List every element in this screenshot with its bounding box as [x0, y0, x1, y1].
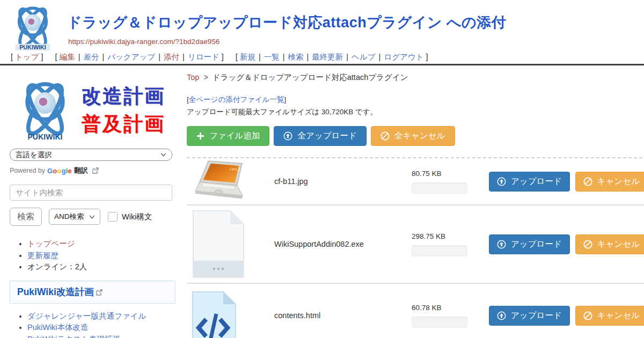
- list-item: PukiWiki本体改造: [27, 322, 179, 333]
- translate-label: 翻訳: [74, 166, 88, 175]
- nav-link-new[interactable]: 新規: [240, 53, 255, 61]
- powered-by-text: Powered by: [10, 167, 45, 174]
- file-name: contents.html: [274, 311, 412, 320]
- plus-icon: [196, 132, 204, 140]
- banner-fukyuu-text: 普及計画: [82, 110, 165, 138]
- nav-link-top[interactable]: トップ: [15, 53, 39, 61]
- breadcrumb-current: ドラッグ＆ドロップアップロード対応attachプラグイン: [213, 73, 408, 82]
- online-count: オンライン：2人: [27, 262, 87, 271]
- sidebar-link-core-mod[interactable]: PukiWiki本体改造: [27, 323, 89, 332]
- file-row: contents.html 60.78 KB アップロード: [187, 284, 644, 338]
- upload-button[interactable]: アップロード: [489, 172, 570, 192]
- nav-link-logout[interactable]: ログアウト: [384, 53, 423, 61]
- nav-link-reload[interactable]: リロード: [188, 53, 219, 61]
- page-title: ドラッグ＆ドロップアップロード対応attachプラグイン への添付: [67, 13, 506, 32]
- upload-all-button[interactable]: 全アップロード: [274, 126, 366, 146]
- bracket: [: [55, 53, 57, 61]
- cancel-button[interactable]: キャンセル: [575, 234, 644, 254]
- sidebar-banner[interactable]: PUKIWIKI 改造計画 普及計画: [10, 78, 177, 142]
- bracket: ]: [41, 53, 43, 61]
- code-file-icon: [192, 291, 236, 338]
- search-button[interactable]: 検索: [10, 208, 42, 226]
- page-url-link[interactable]: https://pukiwiki.dajya-ranger.com/?1bd2d…: [68, 38, 219, 46]
- sidebar-link-text-ext[interactable]: PukiWikiテキスト表現拡張: [27, 335, 120, 338]
- language-select[interactable]: 言語を選択: [10, 149, 172, 161]
- cancel-button[interactable]: キャンセル: [575, 306, 644, 326]
- google-logo: Google: [47, 167, 72, 175]
- site-search-input[interactable]: [10, 185, 172, 201]
- nav-link-attach[interactable]: 添付: [164, 53, 179, 61]
- breadcrumb-home-link[interactable]: Top: [187, 73, 199, 82]
- file-row: WikiSupportAddin082.exe 298.75 KB アップロード: [187, 205, 644, 284]
- wiki-syntax-label: Wiki構文: [122, 212, 152, 222]
- external-link-icon: [92, 167, 99, 174]
- chevron-down-icon: [89, 215, 95, 219]
- file-name: cf-b11.jpg: [274, 177, 412, 186]
- nav-link-search[interactable]: 検索: [288, 53, 303, 61]
- nav-link-edit[interactable]: 編集: [60, 53, 75, 61]
- svg-text:Let's 8: Let's 8: [230, 167, 240, 171]
- breadcrumb-separator: >: [203, 73, 208, 82]
- main-content: Top>ドラッグ＆ドロップアップロード対応attachプラグイン [全ページの添…: [179, 65, 644, 338]
- separator: |: [306, 53, 309, 61]
- upload-circle-icon: [497, 240, 506, 249]
- ban-icon: [380, 131, 390, 141]
- pukiwiki-logo: PUKIWIKI: [10, 78, 80, 142]
- upload-circle-icon: [283, 131, 292, 141]
- separator: |: [346, 53, 348, 61]
- separator: |: [78, 53, 80, 61]
- nav-link-list[interactable]: 一覧: [264, 53, 280, 61]
- upload-button[interactable]: アップロード: [489, 306, 570, 326]
- list-item: PukiWikiテキスト表現拡張: [27, 334, 179, 338]
- bracket: ]: [222, 53, 224, 61]
- nav-link-diff[interactable]: 差分: [83, 53, 99, 61]
- list-item: オンライン：2人: [27, 261, 179, 273]
- search-mode-value: AND検索: [54, 212, 84, 222]
- nav-link-help[interactable]: ヘルプ: [352, 53, 376, 61]
- bulk-actions: ファイル追加 全アップロード 全キャンセル: [187, 126, 644, 146]
- chevron-down-icon: [160, 153, 166, 157]
- ban-icon: [583, 311, 592, 320]
- cancel-button[interactable]: キャンセル: [575, 172, 644, 192]
- upload-progress-bar: [412, 245, 467, 256]
- upload-progress-bar: [412, 182, 467, 194]
- file-size: 60.78 KB: [412, 304, 481, 312]
- wiki-syntax-checkbox[interactable]: [108, 212, 118, 222]
- sidebar: PUKIWIKI 改造計画 普及計画 言語を選択 Powered by Goog…: [0, 65, 179, 338]
- separator: |: [102, 53, 104, 61]
- upload-queue: Let's 8 cf-b11.jpg 80.75 KB: [187, 157, 644, 338]
- sidebar-link-history[interactable]: 更新履歴: [27, 251, 58, 260]
- separator: |: [158, 53, 160, 61]
- nav-link-backup[interactable]: バックアップ: [107, 53, 155, 61]
- upload-circle-icon: [497, 177, 506, 186]
- file-row: Let's 8 cf-b11.jpg 80.75 KB: [187, 158, 644, 205]
- file-name: WikiSupportAddin082.exe: [274, 240, 412, 248]
- logo-caption: PUKIWIKI: [27, 133, 62, 141]
- generic-file-icon: [192, 210, 245, 278]
- logo-caption: PUKIWIKI: [19, 44, 46, 50]
- list-item: ダジャレンジャー版共通ファイル: [27, 311, 179, 322]
- attach-file-list-line: [全ページの添付ファイル一覧]: [187, 95, 644, 105]
- project-box: PukiWiki改造計画: [10, 281, 175, 304]
- attach-file-list-link[interactable]: 全ページの添付ファイル一覧: [189, 95, 284, 104]
- bracket: ]: [426, 53, 428, 61]
- sidebar-top-links: トップページ 更新履歴 オンライン：2人: [10, 238, 179, 273]
- project-box-link[interactable]: PukiWiki改造計画: [17, 286, 94, 297]
- nav-link-recent[interactable]: 最終更新: [312, 53, 343, 61]
- sidebar-link-common-files[interactable]: ダジャレンジャー版共通ファイル: [27, 312, 146, 320]
- ban-icon: [583, 177, 592, 186]
- ban-icon: [583, 240, 592, 249]
- search-mode-select[interactable]: AND検索: [49, 209, 100, 225]
- add-file-button[interactable]: ファイル追加: [187, 126, 269, 146]
- cancel-all-button[interactable]: 全キャンセル: [371, 126, 455, 146]
- file-size: 80.75 KB: [412, 170, 481, 178]
- separator: |: [259, 53, 261, 61]
- banner-kaizou-text: 改造計画: [82, 82, 165, 110]
- upload-button[interactable]: アップロード: [489, 234, 570, 254]
- list-item: トップページ: [27, 238, 179, 249]
- sidebar-link-toppage[interactable]: トップページ: [27, 239, 75, 248]
- bracket: ]: [284, 95, 286, 104]
- laptop-photo-thumbnail: Let's 8: [192, 160, 250, 203]
- bracket: [: [236, 53, 238, 61]
- file-size: 298.75 KB: [412, 232, 481, 240]
